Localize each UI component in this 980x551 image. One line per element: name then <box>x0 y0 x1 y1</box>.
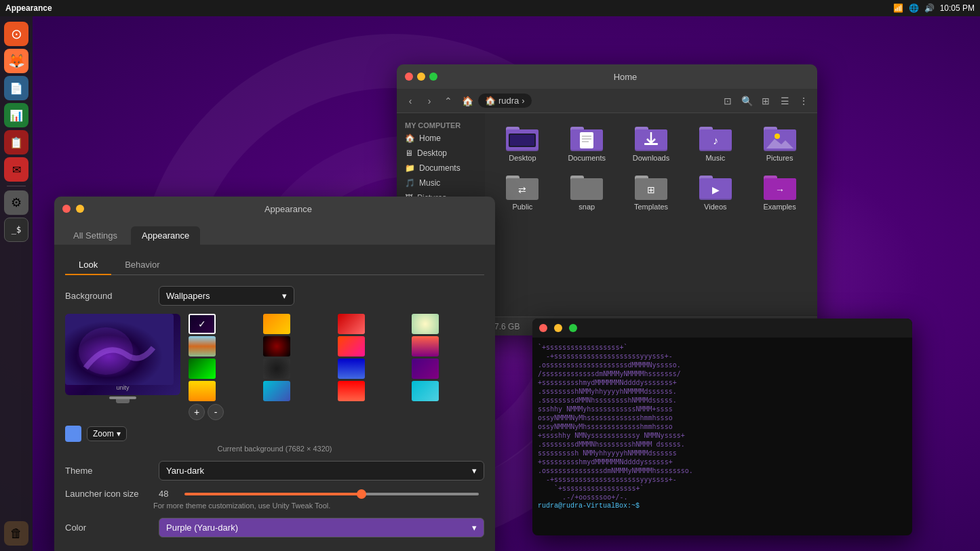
add-wallpaper-button[interactable]: + <box>189 404 205 420</box>
tab-all-settings[interactable]: All Settings <box>62 226 128 245</box>
appearance-window-tabs: All Settings Appearance <box>54 221 495 245</box>
behavior-tab[interactable]: Behavior <box>111 256 173 275</box>
fm-preview-button[interactable]: ⊡ <box>720 93 736 109</box>
email-dock-icon[interactable]: ✉ <box>4 157 28 182</box>
folder-templates[interactable]: ⊞ Templates <box>622 170 681 213</box>
theme-dropdown[interactable]: Yaru-dark ▾ <box>159 461 484 481</box>
fm-maximize-button[interactable] <box>429 73 437 81</box>
home-icon: 🏠 <box>485 96 496 106</box>
wp-thumb-15[interactable] <box>338 381 365 401</box>
settings-dock-icon[interactable]: ⚙ <box>4 190 28 215</box>
folder-examples[interactable]: → Examples <box>750 170 809 213</box>
wallpaper-controls: Zoom ▾ <box>65 426 484 442</box>
terminal-window: `+ssssssssssssssssss+` -+sssssssssssssss… <box>532 319 912 535</box>
fm-titlebar: Home <box>397 64 817 89</box>
firefox-dock-icon[interactable]: 🦊 <box>4 49 28 73</box>
theme-section: Theme Yaru-dark ▾ <box>65 461 484 481</box>
terminal-titlebar <box>532 319 912 338</box>
wp-thumb-16[interactable] <box>412 381 439 401</box>
svg-text:→: → <box>775 184 785 195</box>
terminal-maximize-button[interactable] <box>569 324 577 332</box>
color-dropdown[interactable]: Purple (Yaru-dark) ▾ <box>159 518 484 537</box>
launcher-size-slider[interactable] <box>184 493 479 495</box>
wp-thumb-3[interactable] <box>338 314 365 334</box>
wp-thumb-13[interactable] <box>189 381 216 401</box>
wallpapers-dropdown[interactable]: Wallpapers ▾ <box>159 286 294 306</box>
bg-caption: Current background (7682 × 4320) <box>65 445 484 453</box>
launcher-icon-label: Launcher icon size <box>65 489 153 499</box>
terminal-minimize-button[interactable] <box>554 324 562 332</box>
svg-rect-10 <box>582 138 591 140</box>
folder-desktop-label: Desktop <box>509 154 536 162</box>
svg-rect-8 <box>580 132 593 148</box>
sidebar-item-music[interactable]: 🎵Music <box>397 176 485 190</box>
zoom-dropdown[interactable]: Zoom ▾ <box>87 426 127 441</box>
writer-dock-icon[interactable]: 📄 <box>4 76 28 100</box>
appearance-close-button[interactable] <box>62 205 71 213</box>
color-dropdown-text: Purple (Yaru-dark) <box>166 523 238 533</box>
wp-thumb-14[interactable] <box>263 381 290 401</box>
svg-rect-15 <box>644 143 658 145</box>
wp-thumb-7[interactable] <box>338 336 365 356</box>
ubuntu-dock-icon[interactable]: ⊙ <box>4 22 28 46</box>
launcher-icon-section: Launcher icon size 48 <box>65 489 484 499</box>
terminal-dock-icon[interactable]: _$ <box>4 218 28 242</box>
folder-public[interactable]: ⇄ Public <box>493 170 552 213</box>
terminal-close-button[interactable] <box>539 324 547 332</box>
folder-documents[interactable]: Documents <box>557 121 616 165</box>
folder-downloads[interactable]: Downloads <box>622 121 681 165</box>
look-behavior-tabs: Look Behavior <box>65 256 484 275</box>
sidebar-item-documents[interactable]: 📁Documents <box>397 161 485 176</box>
appearance-minimize-button[interactable] <box>76 205 84 213</box>
monitor-brand: unity <box>116 384 129 391</box>
folder-examples-label: Examples <box>763 203 796 211</box>
fm-forward-button[interactable]: › <box>421 93 437 109</box>
wp-thumb-11[interactable] <box>338 359 365 379</box>
look-tab[interactable]: Look <box>65 256 111 275</box>
wp-thumb-4[interactable] <box>412 314 439 334</box>
wp-thumb-10[interactable] <box>263 359 290 379</box>
folder-desktop[interactable]: Desktop <box>493 121 552 165</box>
fm-search-button[interactable]: 🔍 <box>739 93 755 109</box>
impress-dock-icon[interactable]: 📋 <box>4 130 28 155</box>
folder-videos[interactable]: ▶ Videos <box>686 170 745 213</box>
fm-location-button[interactable]: 🏠 <box>459 93 475 109</box>
folder-snap-label: snap <box>579 203 595 211</box>
folder-public-label: Public <box>512 203 532 211</box>
fm-up-button[interactable]: ⌃ <box>440 93 456 109</box>
wp-thumb-8[interactable] <box>412 336 439 356</box>
bg-color-swatch[interactable] <box>65 426 81 442</box>
topbar-right: 📶 🌐 🔊 10:05 PM <box>893 3 975 13</box>
monitor-stand <box>116 399 130 403</box>
wallpaper-grid-controls: + - <box>189 404 484 420</box>
sidebar-item-home[interactable]: 🏠Home <box>397 131 485 146</box>
terminal-content: `+ssssssssssssssssss+` -+sssssssssssssss… <box>532 338 912 535</box>
svg-text:▶: ▶ <box>711 184 719 195</box>
folder-pictures[interactable]: Pictures <box>750 121 809 165</box>
fm-close-button[interactable] <box>405 73 413 81</box>
fm-list-view-button[interactable]: ☰ <box>777 93 793 109</box>
sidebar-item-desktop[interactable]: 🖥Desktop <box>397 146 485 161</box>
fm-back-button[interactable]: ‹ <box>402 93 418 109</box>
folder-snap[interactable]: snap <box>557 170 616 213</box>
wp-thumb-6[interactable] <box>263 336 290 356</box>
wallpaper-grid <box>189 314 484 401</box>
fm-breadcrumb[interactable]: 🏠 rudra › <box>478 94 532 108</box>
wp-thumb-2[interactable] <box>263 314 290 334</box>
svg-text:♪: ♪ <box>713 135 718 146</box>
wp-thumb-9[interactable] <box>189 359 216 379</box>
folder-documents-label: Documents <box>568 154 606 162</box>
tab-appearance[interactable]: Appearance <box>131 226 200 245</box>
trash-dock-icon[interactable]: 🗑 <box>4 521 28 546</box>
calc-dock-icon[interactable]: 📊 <box>4 103 28 127</box>
wp-thumb-12[interactable] <box>412 359 439 379</box>
fm-minimize-button[interactable] <box>417 73 425 81</box>
fm-grid-view-button[interactable]: ⊞ <box>758 93 774 109</box>
folder-music[interactable]: ♪ Music <box>686 121 745 165</box>
background-section: Background Wallpapers ▾ <box>65 286 484 306</box>
remove-wallpaper-button[interactable]: - <box>208 404 224 420</box>
wp-thumb-1[interactable] <box>189 314 216 334</box>
wp-thumb-5[interactable] <box>189 336 216 356</box>
fm-menu-button[interactable]: ⋮ <box>796 93 812 109</box>
svg-text:⊞: ⊞ <box>647 184 655 195</box>
